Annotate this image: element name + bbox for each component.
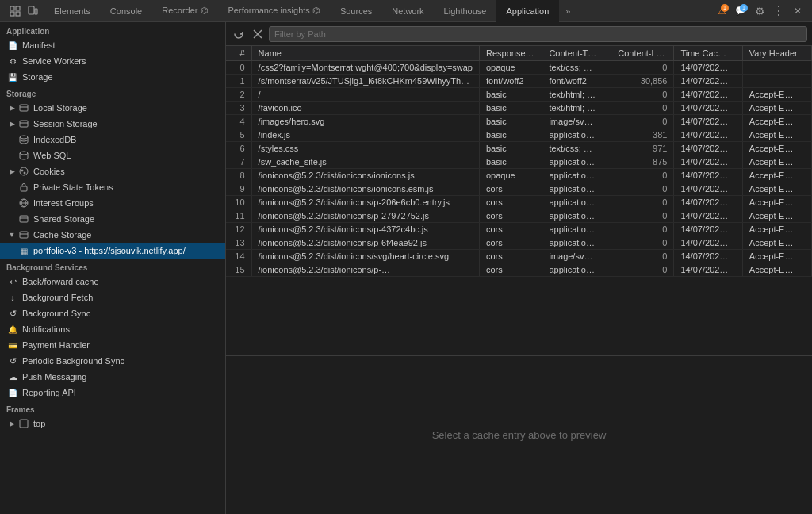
more-tabs-button[interactable]: » — [559, 0, 576, 22]
close-icon[interactable]: ✕ — [790, 3, 806, 19]
sidebar-item-push-messaging[interactable]: ☁ Push Messaging — [0, 369, 225, 385]
col-response[interactable]: Response… — [480, 46, 542, 61]
cell-content-length: 971 — [611, 142, 674, 155]
svg-rect-4 — [29, 6, 34, 14]
table-row[interactable]: 15 /ionicons@5.2.3/dist/ionicons/p-… cor… — [226, 263, 812, 277]
back-forward-icon: ↩ — [6, 275, 19, 288]
table-row[interactable]: 13 /ionicons@5.2.3/dist/ionicons/p-6f4ea… — [226, 236, 812, 250]
cell-content-type: applicatio… — [542, 155, 611, 169]
table-row[interactable]: 8 /ionicons@5.2.3/dist/ionicons/ionicons… — [226, 169, 812, 182]
vertical-dots-icon[interactable]: ⋮ — [771, 3, 787, 19]
inspect-icon[interactable] — [8, 4, 22, 18]
col-number[interactable]: # — [226, 46, 251, 61]
sidebar-item-top-frame[interactable]: ▶ top — [0, 416, 225, 432]
tab-console[interactable]: Console — [101, 0, 152, 22]
table-row[interactable]: 4 /images/hero.svg basic image/sv… 0 14/… — [226, 115, 812, 128]
refresh-button[interactable] — [231, 26, 247, 42]
cell-time-cached: 14/07/202… — [674, 236, 742, 250]
settings-icon[interactable]: ⚙ — [752, 3, 768, 19]
cell-response: cors — [480, 263, 542, 277]
session-storage-icon — [17, 117, 30, 130]
warning-icon[interactable]: ⚠1 — [714, 3, 730, 19]
cell-content-length: 0 — [611, 250, 674, 263]
cell-name: /s/montserrat/v25/JTUSjlg1_i6t8kCHKm459W… — [251, 75, 479, 88]
sidebar-item-local-storage[interactable]: ▶ Local Storage — [0, 100, 225, 116]
tab-recorder[interactable]: Recorder ⌬ — [152, 0, 218, 22]
svg-point-11 — [20, 152, 28, 155]
table-row[interactable]: 3 /favicon.ico basic text/html; … 0 14/0… — [226, 102, 812, 115]
col-name[interactable]: Name — [251, 46, 479, 61]
clear-button[interactable] — [250, 26, 266, 42]
sidebar-item-portfolio-cache[interactable]: ▦ portfolio-v3 - https://sjsouvik.netlif… — [0, 243, 225, 259]
cell-response: opaque — [480, 169, 542, 182]
table-row[interactable]: 2 / basic text/html; … 0 14/07/202… Acce… — [226, 88, 812, 102]
sidebar-item-reporting-api[interactable]: 📄 Reporting API — [0, 385, 225, 401]
filter-input[interactable] — [269, 26, 807, 42]
tab-performance-insights[interactable]: Performance insights ⌬ — [219, 0, 331, 22]
web-sql-icon — [17, 149, 30, 162]
cell-content-type: font/woff2 — [542, 75, 611, 88]
sidebar-item-web-sql[interactable]: ▶ Web SQL — [0, 148, 225, 163]
table-row[interactable]: 11 /ionicons@5.2.3/dist/ionicons/p-27972… — [226, 209, 812, 223]
sidebar-item-notifications[interactable]: 🔔 Notifications — [0, 321, 225, 337]
sidebar-item-cache-storage[interactable]: ▼ Cache Storage — [0, 227, 225, 243]
cell-name: / — [251, 88, 479, 102]
cell-vary-header: Accept-E… — [742, 169, 811, 182]
table-row[interactable]: 14 /ionicons@5.2.3/dist/ionicons/svg/hea… — [226, 250, 812, 263]
cell-response: basic — [480, 155, 542, 169]
svg-rect-2 — [10, 12, 14, 16]
sidebar-item-shared-storage[interactable]: ▶ Shared Storage — [0, 211, 225, 227]
table-row[interactable]: 6 /styles.css basic text/css; … 971 14/0… — [226, 142, 812, 155]
tab-lighthouse[interactable]: Lighthouse — [435, 0, 497, 22]
table-row[interactable]: 10 /ionicons@5.2.3/dist/ionicons/p-206e6… — [226, 196, 812, 209]
table-row[interactable]: 9 /ionicons@5.2.3/dist/ionicons/ionicons… — [226, 182, 812, 196]
cell-time-cached: 14/07/202… — [674, 115, 742, 128]
cell-response: basic — [480, 102, 542, 115]
tab-network[interactable]: Network — [382, 0, 434, 22]
table-row[interactable]: 0 /css2?family=Montserrat:wght@400;700&d… — [226, 61, 812, 75]
sidebar-item-periodic-background-sync[interactable]: ↺ Periodic Background Sync — [0, 353, 225, 369]
tab-application[interactable]: Application — [496, 0, 559, 22]
sidebar-item-indexeddb[interactable]: ▶ IndexedDB — [0, 132, 225, 148]
sidebar-item-manifest[interactable]: 📄 Manifest — [0, 37, 225, 53]
preview-area: Select a cache entry above to preview — [226, 355, 812, 514]
message-icon[interactable]: 💬1 — [733, 3, 749, 19]
cell-content-type: applicatio… — [542, 236, 611, 250]
sidebar-item-service-workers[interactable]: ⚙ Service Workers — [0, 53, 225, 69]
table-row[interactable]: 5 /index.js basic applicatio… 381 14/07/… — [226, 128, 812, 142]
sidebar-item-session-storage[interactable]: ▶ Session Storage — [0, 116, 225, 132]
cell-name: /css2?family=Montserrat:wght@400;700&dis… — [251, 61, 479, 75]
sidebar-item-payment-handler[interactable]: 💳 Payment Handler — [0, 337, 225, 353]
table-row[interactable]: 1 /s/montserrat/v25/JTUSjlg1_i6t8kCHKm45… — [226, 75, 812, 88]
col-content-type[interactable]: Content-T… — [542, 46, 611, 61]
private-state-icon — [17, 181, 30, 194]
table-row[interactable]: 12 /ionicons@5.2.3/dist/ionicons/p-4372c… — [226, 223, 812, 236]
cell-content-length: 0 — [611, 115, 674, 128]
sidebar-item-background-fetch[interactable]: ↓ Background Fetch — [0, 290, 225, 305]
svg-rect-22 — [20, 420, 28, 428]
table-row[interactable]: 7 /sw_cache_site.js basic applicatio… 87… — [226, 155, 812, 169]
sidebar-item-back-forward-cache[interactable]: ↩ Back/forward cache — [0, 274, 225, 290]
col-time-cached[interactable]: Time Cac… — [674, 46, 742, 61]
sidebar-item-interest-groups[interactable]: ▶ Interest Groups — [0, 195, 225, 211]
cell-content-type: applicatio… — [542, 182, 611, 196]
col-content-length[interactable]: Content-L… — [611, 46, 674, 61]
sidebar-item-background-sync[interactable]: ↺ Background Sync — [0, 305, 225, 321]
cell-time-cached: 14/07/202… — [674, 169, 742, 182]
cell-vary-header: Accept-E… — [742, 209, 811, 223]
cell-response: basic — [480, 142, 542, 155]
cell-response: cors — [480, 182, 542, 196]
cell-vary-header: Accept-E… — [742, 196, 811, 209]
cell-number: 7 — [226, 155, 251, 169]
cell-vary-header: Accept-E… — [742, 236, 811, 250]
device-icon[interactable] — [25, 4, 40, 18]
col-vary-header[interactable]: Vary Header — [742, 46, 811, 61]
tab-sources[interactable]: Sources — [331, 0, 382, 22]
cell-content-length: 0 — [611, 88, 674, 102]
sidebar-item-cookies[interactable]: ▶ Cookies — [0, 163, 225, 179]
top-frame-chevron: ▶ — [6, 418, 17, 429]
notifications-icon: 🔔 — [6, 323, 19, 336]
sidebar-item-storage-app[interactable]: 💾 Storage — [0, 69, 225, 85]
tab-elements[interactable]: Elements — [44, 0, 101, 22]
sidebar-item-private-state-tokens[interactable]: ▶ Private State Tokens — [0, 179, 225, 195]
